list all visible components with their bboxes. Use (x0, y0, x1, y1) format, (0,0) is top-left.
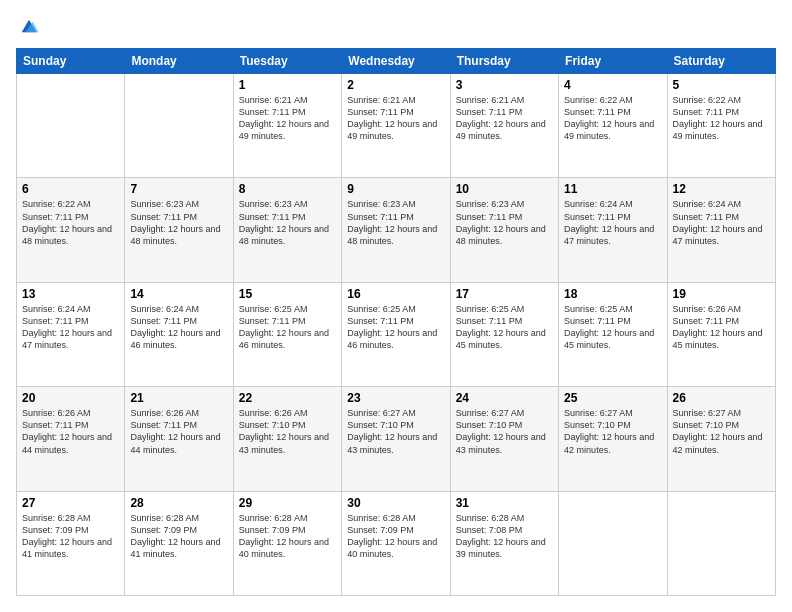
day-number: 4 (564, 78, 661, 92)
calendar-table: SundayMondayTuesdayWednesdayThursdayFrid… (16, 48, 776, 596)
calendar-cell: 5Sunrise: 6:22 AM Sunset: 7:11 PM Daylig… (667, 74, 775, 178)
day-info: Sunrise: 6:28 AM Sunset: 7:09 PM Dayligh… (239, 512, 336, 561)
day-info: Sunrise: 6:26 AM Sunset: 7:10 PM Dayligh… (239, 407, 336, 456)
calendar-cell (125, 74, 233, 178)
weekday-header-wednesday: Wednesday (342, 49, 450, 74)
weekday-header-friday: Friday (559, 49, 667, 74)
weekday-header-monday: Monday (125, 49, 233, 74)
day-number: 26 (673, 391, 770, 405)
day-number: 5 (673, 78, 770, 92)
day-info: Sunrise: 6:23 AM Sunset: 7:11 PM Dayligh… (456, 198, 553, 247)
logo (16, 16, 44, 38)
day-number: 27 (22, 496, 119, 510)
day-number: 25 (564, 391, 661, 405)
day-info: Sunrise: 6:28 AM Sunset: 7:09 PM Dayligh… (347, 512, 444, 561)
day-info: Sunrise: 6:27 AM Sunset: 7:10 PM Dayligh… (673, 407, 770, 456)
calendar-cell: 24Sunrise: 6:27 AM Sunset: 7:10 PM Dayli… (450, 387, 558, 491)
calendar-cell (17, 74, 125, 178)
weekday-header-tuesday: Tuesday (233, 49, 341, 74)
day-number: 2 (347, 78, 444, 92)
calendar-cell: 31Sunrise: 6:28 AM Sunset: 7:08 PM Dayli… (450, 491, 558, 595)
day-info: Sunrise: 6:24 AM Sunset: 7:11 PM Dayligh… (673, 198, 770, 247)
calendar-cell: 23Sunrise: 6:27 AM Sunset: 7:10 PM Dayli… (342, 387, 450, 491)
weekday-header-thursday: Thursday (450, 49, 558, 74)
day-number: 10 (456, 182, 553, 196)
calendar-cell: 10Sunrise: 6:23 AM Sunset: 7:11 PM Dayli… (450, 178, 558, 282)
calendar-week-5: 27Sunrise: 6:28 AM Sunset: 7:09 PM Dayli… (17, 491, 776, 595)
calendar-cell: 25Sunrise: 6:27 AM Sunset: 7:10 PM Dayli… (559, 387, 667, 491)
day-info: Sunrise: 6:21 AM Sunset: 7:11 PM Dayligh… (347, 94, 444, 143)
day-number: 31 (456, 496, 553, 510)
day-info: Sunrise: 6:27 AM Sunset: 7:10 PM Dayligh… (564, 407, 661, 456)
calendar-cell: 26Sunrise: 6:27 AM Sunset: 7:10 PM Dayli… (667, 387, 775, 491)
calendar-cell: 13Sunrise: 6:24 AM Sunset: 7:11 PM Dayli… (17, 282, 125, 386)
day-number: 9 (347, 182, 444, 196)
calendar-cell: 15Sunrise: 6:25 AM Sunset: 7:11 PM Dayli… (233, 282, 341, 386)
calendar-cell: 29Sunrise: 6:28 AM Sunset: 7:09 PM Dayli… (233, 491, 341, 595)
day-number: 18 (564, 287, 661, 301)
day-info: Sunrise: 6:23 AM Sunset: 7:11 PM Dayligh… (239, 198, 336, 247)
day-number: 3 (456, 78, 553, 92)
calendar-cell: 21Sunrise: 6:26 AM Sunset: 7:11 PM Dayli… (125, 387, 233, 491)
calendar-cell: 7Sunrise: 6:23 AM Sunset: 7:11 PM Daylig… (125, 178, 233, 282)
logo-icon (18, 16, 40, 38)
calendar-cell: 17Sunrise: 6:25 AM Sunset: 7:11 PM Dayli… (450, 282, 558, 386)
day-info: Sunrise: 6:25 AM Sunset: 7:11 PM Dayligh… (239, 303, 336, 352)
calendar-cell: 28Sunrise: 6:28 AM Sunset: 7:09 PM Dayli… (125, 491, 233, 595)
day-number: 28 (130, 496, 227, 510)
calendar-cell: 11Sunrise: 6:24 AM Sunset: 7:11 PM Dayli… (559, 178, 667, 282)
calendar-cell: 2Sunrise: 6:21 AM Sunset: 7:11 PM Daylig… (342, 74, 450, 178)
page: SundayMondayTuesdayWednesdayThursdayFrid… (0, 0, 792, 612)
day-number: 15 (239, 287, 336, 301)
day-number: 19 (673, 287, 770, 301)
day-number: 6 (22, 182, 119, 196)
day-info: Sunrise: 6:21 AM Sunset: 7:11 PM Dayligh… (239, 94, 336, 143)
calendar-week-4: 20Sunrise: 6:26 AM Sunset: 7:11 PM Dayli… (17, 387, 776, 491)
day-number: 20 (22, 391, 119, 405)
calendar-cell: 30Sunrise: 6:28 AM Sunset: 7:09 PM Dayli… (342, 491, 450, 595)
day-number: 23 (347, 391, 444, 405)
calendar-cell: 6Sunrise: 6:22 AM Sunset: 7:11 PM Daylig… (17, 178, 125, 282)
day-info: Sunrise: 6:21 AM Sunset: 7:11 PM Dayligh… (456, 94, 553, 143)
day-info: Sunrise: 6:27 AM Sunset: 7:10 PM Dayligh… (456, 407, 553, 456)
day-info: Sunrise: 6:24 AM Sunset: 7:11 PM Dayligh… (564, 198, 661, 247)
day-info: Sunrise: 6:27 AM Sunset: 7:10 PM Dayligh… (347, 407, 444, 456)
calendar-cell (559, 491, 667, 595)
day-info: Sunrise: 6:24 AM Sunset: 7:11 PM Dayligh… (130, 303, 227, 352)
calendar-cell: 16Sunrise: 6:25 AM Sunset: 7:11 PM Dayli… (342, 282, 450, 386)
day-number: 8 (239, 182, 336, 196)
day-number: 17 (456, 287, 553, 301)
calendar-cell: 18Sunrise: 6:25 AM Sunset: 7:11 PM Dayli… (559, 282, 667, 386)
day-info: Sunrise: 6:25 AM Sunset: 7:11 PM Dayligh… (564, 303, 661, 352)
day-info: Sunrise: 6:28 AM Sunset: 7:09 PM Dayligh… (22, 512, 119, 561)
calendar-week-2: 6Sunrise: 6:22 AM Sunset: 7:11 PM Daylig… (17, 178, 776, 282)
calendar-cell: 9Sunrise: 6:23 AM Sunset: 7:11 PM Daylig… (342, 178, 450, 282)
calendar-week-3: 13Sunrise: 6:24 AM Sunset: 7:11 PM Dayli… (17, 282, 776, 386)
day-number: 21 (130, 391, 227, 405)
weekday-header-saturday: Saturday (667, 49, 775, 74)
day-info: Sunrise: 6:23 AM Sunset: 7:11 PM Dayligh… (347, 198, 444, 247)
day-info: Sunrise: 6:22 AM Sunset: 7:11 PM Dayligh… (22, 198, 119, 247)
calendar-cell: 3Sunrise: 6:21 AM Sunset: 7:11 PM Daylig… (450, 74, 558, 178)
calendar-cell: 27Sunrise: 6:28 AM Sunset: 7:09 PM Dayli… (17, 491, 125, 595)
calendar-cell: 22Sunrise: 6:26 AM Sunset: 7:10 PM Dayli… (233, 387, 341, 491)
day-number: 24 (456, 391, 553, 405)
calendar-cell: 20Sunrise: 6:26 AM Sunset: 7:11 PM Dayli… (17, 387, 125, 491)
weekday-header-row: SundayMondayTuesdayWednesdayThursdayFrid… (17, 49, 776, 74)
calendar-week-1: 1Sunrise: 6:21 AM Sunset: 7:11 PM Daylig… (17, 74, 776, 178)
day-info: Sunrise: 6:23 AM Sunset: 7:11 PM Dayligh… (130, 198, 227, 247)
day-number: 16 (347, 287, 444, 301)
day-number: 12 (673, 182, 770, 196)
calendar-cell (667, 491, 775, 595)
calendar-cell: 19Sunrise: 6:26 AM Sunset: 7:11 PM Dayli… (667, 282, 775, 386)
day-info: Sunrise: 6:26 AM Sunset: 7:11 PM Dayligh… (673, 303, 770, 352)
header (16, 16, 776, 38)
day-number: 22 (239, 391, 336, 405)
day-number: 14 (130, 287, 227, 301)
day-info: Sunrise: 6:22 AM Sunset: 7:11 PM Dayligh… (673, 94, 770, 143)
calendar-cell: 4Sunrise: 6:22 AM Sunset: 7:11 PM Daylig… (559, 74, 667, 178)
day-info: Sunrise: 6:24 AM Sunset: 7:11 PM Dayligh… (22, 303, 119, 352)
day-number: 29 (239, 496, 336, 510)
day-number: 30 (347, 496, 444, 510)
day-info: Sunrise: 6:25 AM Sunset: 7:11 PM Dayligh… (456, 303, 553, 352)
